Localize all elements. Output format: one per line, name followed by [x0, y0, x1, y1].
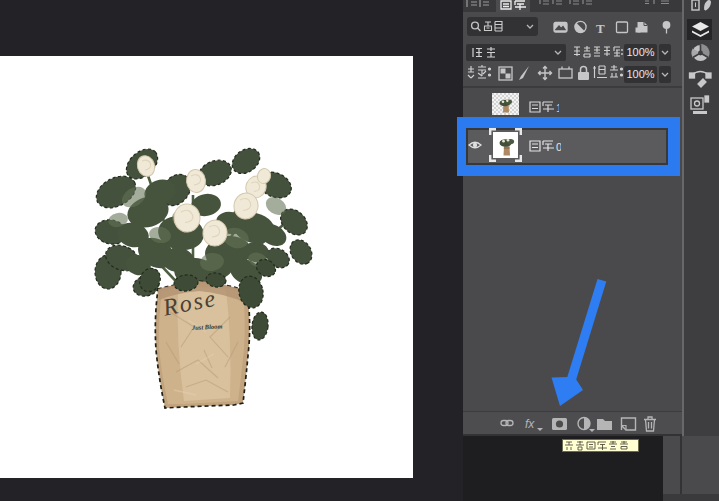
svg-text:T: T — [596, 21, 605, 36]
svg-text:1: 1 — [556, 102, 559, 114]
svg-text:0: 0 — [556, 141, 561, 153]
svg-text:fx: fx — [525, 417, 535, 431]
